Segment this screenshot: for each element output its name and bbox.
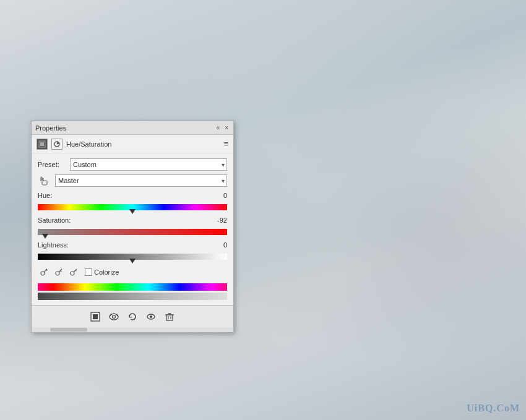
hue-slider-wrapper[interactable] <box>38 200 227 214</box>
lightness-slider-wrapper[interactable] <box>38 250 227 264</box>
colorize-check[interactable] <box>85 268 92 276</box>
svg-point-16 <box>110 314 118 320</box>
panel-menu-button[interactable]: ≡ <box>223 139 228 148</box>
saturation-track <box>38 229 227 235</box>
svg-text:−: − <box>75 269 77 273</box>
panel-body: Preset: Custom Default Cyanotype Master <box>32 153 233 305</box>
svg-point-19 <box>150 315 152 318</box>
saturation-thumb <box>42 234 48 239</box>
watermark: UiBQ.CoM <box>467 403 520 414</box>
properties-panel: Properties « × Hue/Saturation ≡ <box>31 121 234 333</box>
panel-footer <box>32 305 233 327</box>
result-color-bar <box>38 293 227 300</box>
hue-header: Hue: 0 <box>38 192 227 199</box>
lightness-label: Lightness: <box>38 241 69 249</box>
sample-icon[interactable] <box>38 266 50 278</box>
reset-button[interactable] <box>126 310 139 324</box>
color-bars <box>38 283 227 300</box>
preset-row: Preset: Custom Default Cyanotype <box>38 158 227 171</box>
hue-color-bar <box>38 283 227 291</box>
preset-select[interactable]: Custom Default Cyanotype <box>70 158 227 171</box>
preset-select-wrapper: Custom Default Cyanotype <box>70 158 227 171</box>
panel-title-label: Properties <box>35 124 66 132</box>
panel-header: Hue/Saturation ≡ <box>32 135 233 153</box>
lightness-row: Lightness: 0 <box>38 241 227 264</box>
lightness-thumb <box>129 259 136 264</box>
add-sample-icon[interactable]: + <box>53 266 65 278</box>
adjustment-icon <box>51 139 63 150</box>
collapse-button[interactable]: « <box>215 125 222 131</box>
svg-rect-13 <box>93 314 98 319</box>
layer-icon <box>37 139 48 150</box>
subtract-sample-icon[interactable]: − <box>67 266 80 278</box>
tools-row: + − Colorize <box>38 266 227 278</box>
channel-row: Master Reds Yellows Greens Cyans Blues M… <box>38 174 227 187</box>
svg-point-6 <box>56 272 59 275</box>
lightness-value: 0 <box>209 241 227 249</box>
scrollbar-thumb[interactable] <box>50 328 87 332</box>
delete-button[interactable] <box>163 310 176 324</box>
hue-row: Hue: 0 <box>38 192 227 214</box>
panel-header-left: Hue/Saturation <box>37 139 111 150</box>
svg-point-3 <box>41 272 45 275</box>
view-button[interactable] <box>107 310 121 324</box>
eye-button[interactable] <box>144 310 158 324</box>
hand-tool-icon[interactable] <box>38 175 51 186</box>
lightness-header: Lightness: 0 <box>38 241 227 249</box>
channel-select[interactable]: Master Reds Yellows Greens Cyans Blues M… <box>55 174 227 187</box>
svg-point-17 <box>113 315 116 318</box>
svg-rect-1 <box>40 142 44 146</box>
channel-select-wrapper: Master Reds Yellows Greens Cyans Blues M… <box>55 174 227 187</box>
saturation-slider-wrapper[interactable] <box>38 225 227 239</box>
add-mask-button[interactable] <box>88 310 102 324</box>
colorize-label: Colorize <box>94 268 119 276</box>
colorize-checkbox[interactable]: Colorize <box>85 268 119 276</box>
saturation-header: Saturation: -92 <box>38 216 227 224</box>
hue-label: Hue: <box>38 192 52 199</box>
preset-label: Preset: <box>38 161 70 168</box>
panel-scrollbar[interactable] <box>32 327 233 332</box>
panel-titlebar: Properties « × <box>32 121 233 135</box>
hue-value: 0 <box>209 192 227 199</box>
hue-thumb <box>129 209 136 214</box>
svg-text:+: + <box>60 269 63 273</box>
saturation-label: Saturation: <box>38 216 71 224</box>
svg-point-9 <box>71 272 74 275</box>
close-button[interactable]: × <box>223 125 230 131</box>
panel-header-title: Hue/Saturation <box>66 140 111 148</box>
saturation-row: Saturation: -92 <box>38 216 227 239</box>
saturation-value: -92 <box>209 216 227 224</box>
titlebar-controls: « × <box>215 125 230 131</box>
svg-rect-20 <box>166 315 173 320</box>
